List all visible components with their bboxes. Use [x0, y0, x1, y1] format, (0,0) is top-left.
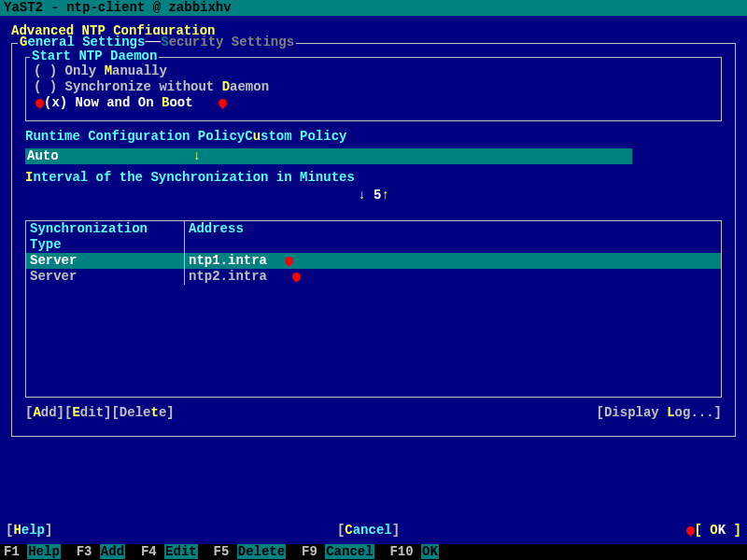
f1-key[interactable]: F1 [4, 544, 27, 559]
title-bar: YaST2 - ntp-client @ zabbixhv [0, 0, 747, 16]
chevron-down-icon: ↓ [193, 148, 201, 164]
runtime-policy-label: Runtime Configuration Policy [25, 129, 245, 144]
marker-icon [290, 271, 303, 283]
delete-button[interactable]: [Delete] [111, 405, 174, 420]
table-header: Synchronization Type Address [26, 221, 721, 253]
tab-general[interactable]: General Settings [20, 35, 145, 49]
cancel-button[interactable]: [Cancel] [337, 523, 400, 539]
custom-policy-input[interactable] [203, 148, 632, 164]
group-title: Start NTP Daemon [30, 49, 159, 64]
main-content: Advanced NTP Configuration General Setti… [0, 16, 747, 544]
marker-icon [217, 97, 229, 109]
add-button[interactable]: [Add] [25, 405, 64, 420]
title-text: YaST2 - ntp-client @ zabbixhv [4, 0, 232, 15]
header-address: Address [184, 221, 717, 253]
ok-button[interactable]: [ OK ] [684, 523, 741, 539]
start-daemon-group: Start NTP Daemon ( ) Only Manually ( ) S… [25, 57, 722, 121]
custom-policy-label: Custom Policy [245, 129, 346, 144]
header-type: Synchronization Type [30, 221, 184, 253]
edit-button[interactable]: [Edit] [64, 405, 111, 420]
runtime-policy-dropdown[interactable]: Auto↓ [25, 148, 203, 164]
f4-key[interactable]: F4 [141, 544, 164, 559]
f10-key[interactable]: F10 [389, 544, 421, 559]
marker-icon [283, 255, 295, 267]
row-actions: [Add][Edit][Delete] [Display Log...] [25, 405, 722, 421]
f3-key[interactable]: F3 [77, 544, 100, 559]
radio-only-manually[interactable]: ( ) Only Manually [34, 63, 713, 79]
tab-security[interactable]: Security Settings [161, 35, 294, 49]
interval-spinner[interactable]: ↓ 5↑ [18, 188, 729, 203]
spinner-down-icon[interactable]: ↓ [358, 188, 365, 203]
radio-sync-without-daemon[interactable]: ( ) Synchronize without Daemon [34, 79, 713, 95]
table-row[interactable]: Server ntp1.intra [26, 253, 721, 269]
f9-key[interactable]: F9 [302, 544, 325, 559]
bottom-buttons: [Help] [Cancel] [ OK ] [6, 523, 741, 539]
interval-label: Interval of the Synchronization in Minut… [25, 170, 722, 186]
servers-table[interactable]: Synchronization Type Address Server ntp1… [25, 220, 722, 398]
spinner-up-icon[interactable]: ↑ [381, 188, 388, 203]
radio-now-and-on-boot[interactable]: (x) Now and On Boot [34, 95, 713, 111]
settings-frame: General Settings──Security Settings Star… [11, 43, 736, 437]
f5-key[interactable]: F5 [214, 544, 237, 559]
help-button[interactable]: [Help] [6, 523, 52, 539]
runtime-policy-row: Runtime Configuration PolicyCustom Polic… [25, 129, 722, 145]
table-row[interactable]: Server ntp2.intra [26, 269, 721, 285]
display-log-button[interactable]: [Display Log...] [597, 405, 722, 421]
runtime-policy-fields: Auto↓ [25, 148, 722, 164]
function-key-bar: F1 Help F3 Add F4 Edit F5 Delete F9 Canc… [0, 544, 747, 560]
